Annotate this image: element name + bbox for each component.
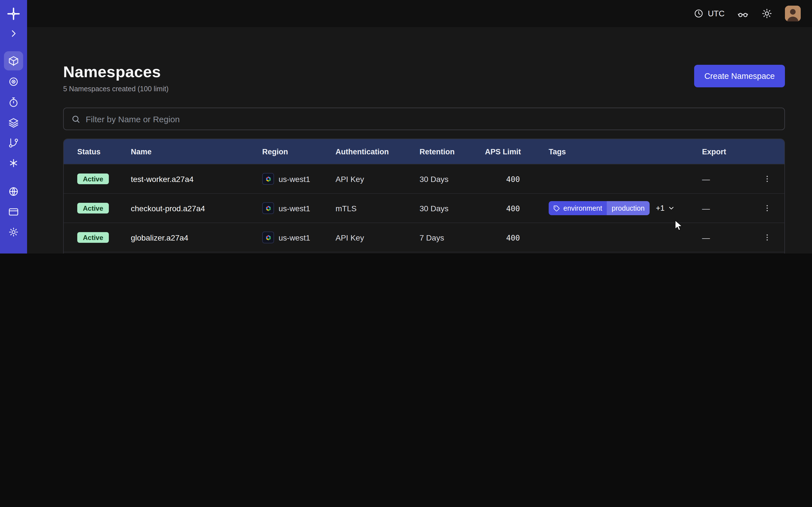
region-cell: us-west1 bbox=[262, 173, 336, 185]
temporal-logo[interactable] bbox=[6, 7, 20, 21]
column-header-authentication: Authentication bbox=[336, 147, 419, 156]
retention-cell: 30 Days bbox=[419, 204, 485, 213]
gcp-cloud-icon bbox=[262, 231, 274, 243]
target-icon bbox=[8, 76, 19, 87]
search-input[interactable] bbox=[86, 114, 777, 124]
sidebar-item-nexus[interactable] bbox=[8, 76, 19, 87]
kebab-icon bbox=[763, 233, 771, 242]
region-label: us-west1 bbox=[278, 233, 310, 242]
gear-icon bbox=[8, 226, 19, 238]
column-header-status: Status bbox=[64, 147, 131, 156]
chevron-down-icon bbox=[667, 205, 675, 212]
page-subtitle: 5 Namespaces created (100 limit) bbox=[63, 85, 168, 93]
avatar-image bbox=[785, 6, 801, 21]
timer-icon bbox=[8, 97, 19, 108]
export-cell: — bbox=[702, 174, 748, 183]
aps-limit-cell: 400 bbox=[485, 233, 549, 242]
tag-icon bbox=[549, 205, 561, 212]
create-namespace-button[interactable]: Create Namespace bbox=[694, 65, 785, 87]
namespace-link[interactable]: checkout-prod.a27a4 bbox=[131, 204, 205, 213]
topbar: UTC bbox=[27, 0, 812, 27]
timezone-selector[interactable]: UTC bbox=[694, 8, 725, 18]
retention-cell: 30 Days bbox=[419, 174, 485, 183]
column-header-aps-limit: APS Limit bbox=[485, 147, 549, 156]
globe-icon bbox=[8, 186, 19, 197]
layers-icon bbox=[8, 117, 19, 128]
row-menu-button[interactable] bbox=[758, 202, 776, 215]
tags-cell: environment production +1 bbox=[549, 201, 702, 215]
column-header-export: Export bbox=[702, 147, 748, 156]
kebab-icon bbox=[763, 204, 771, 212]
table-body: Active test-worker.a27a4 us-west1 API Ke… bbox=[64, 164, 784, 253]
status-cell: Active bbox=[64, 173, 131, 184]
column-header-retention: Retention bbox=[419, 147, 485, 156]
name-cell: checkout-prod.a27a4 bbox=[131, 204, 262, 213]
actions-cell bbox=[748, 172, 785, 185]
git-branch-icon bbox=[8, 137, 19, 149]
credit-card-icon bbox=[8, 206, 19, 217]
aps-limit-cell: 400 bbox=[485, 174, 549, 183]
table-row: Active globalizer.a27a4 us-west1 API Key… bbox=[64, 223, 784, 252]
tag-key: environment bbox=[561, 204, 607, 212]
gcp-cloud-icon bbox=[262, 173, 274, 185]
sidebar-item-workflows[interactable] bbox=[8, 137, 19, 149]
tags-expand-button[interactable]: +1 bbox=[656, 204, 675, 212]
actions-cell bbox=[748, 202, 785, 215]
theme-toggle-button[interactable] bbox=[761, 8, 772, 19]
name-cell: test-worker.a27a4 bbox=[131, 174, 262, 183]
namespace-link[interactable]: test-worker.a27a4 bbox=[131, 174, 194, 183]
region-cell: us-west1 bbox=[262, 202, 336, 214]
row-menu-button[interactable] bbox=[758, 172, 776, 185]
gcp-cloud-icon bbox=[262, 202, 274, 214]
page-header: Namespaces 5 Namespaces created (100 lim… bbox=[63, 63, 785, 93]
status-badge: Active bbox=[77, 203, 109, 214]
sidebar-item-settings[interactable] bbox=[8, 226, 19, 238]
region-cell: us-west1 bbox=[262, 231, 336, 243]
kebab-icon bbox=[763, 175, 771, 183]
user-avatar[interactable] bbox=[785, 6, 801, 21]
table-header-row: Status Name Region Authentication Retent… bbox=[64, 139, 784, 164]
status-badge: Active bbox=[77, 232, 109, 243]
actions-cell bbox=[748, 231, 785, 244]
region-label: us-west1 bbox=[278, 174, 310, 183]
column-header-region: Region bbox=[262, 147, 336, 156]
clock-icon bbox=[694, 8, 704, 18]
glasses-icon bbox=[737, 8, 749, 19]
main-content: Namespaces 5 Namespaces created (100 lim… bbox=[27, 27, 812, 253]
region-label: us-west1 bbox=[278, 204, 310, 213]
filter-bar bbox=[63, 108, 785, 130]
cube-icon bbox=[8, 55, 19, 66]
column-header-name: Name bbox=[131, 147, 262, 156]
status-badge: Active bbox=[77, 173, 109, 184]
sidebar-item-deployments[interactable] bbox=[8, 117, 19, 128]
authentication-cell: API Key bbox=[336, 174, 419, 183]
sidebar-expand-button[interactable] bbox=[9, 29, 18, 38]
sun-icon bbox=[761, 8, 772, 19]
status-cell: Active bbox=[64, 232, 131, 243]
sidebar-item-billing[interactable] bbox=[8, 206, 19, 217]
labs-toggle-button[interactable] bbox=[737, 8, 749, 19]
namespace-link[interactable]: globalizer.a27a4 bbox=[131, 233, 188, 242]
page-title: Namespaces bbox=[63, 63, 168, 81]
export-cell: — bbox=[702, 204, 748, 213]
table-row: Active checkout-prod.a27a4 us-west1 mTLS… bbox=[64, 193, 784, 223]
timezone-label: UTC bbox=[708, 9, 725, 18]
tag-chip[interactable]: environment production bbox=[549, 201, 650, 215]
sidebar-item-schedules[interactable] bbox=[8, 97, 19, 108]
namespaces-table: Status Name Region Authentication Retent… bbox=[63, 138, 785, 253]
app-window: 2.35.1 UTC bbox=[0, 0, 812, 253]
search-icon bbox=[71, 114, 81, 124]
sidebar-item-namespaces[interactable] bbox=[4, 51, 23, 70]
sidebar-item-batch[interactable] bbox=[8, 158, 19, 168]
aps-limit-cell: 400 bbox=[485, 204, 549, 213]
status-cell: Active bbox=[64, 203, 131, 214]
sidebar: 2.35.1 bbox=[0, 0, 27, 253]
column-header-tags: Tags bbox=[549, 147, 702, 156]
table-row: Active sdk-failover.a27a4 us-west1 API K… bbox=[64, 252, 784, 253]
tags-more-count: +1 bbox=[656, 204, 665, 212]
row-menu-button[interactable] bbox=[758, 231, 776, 244]
sidebar-item-regions[interactable] bbox=[8, 186, 19, 197]
export-cell: — bbox=[702, 233, 748, 242]
asterisk-icon bbox=[8, 158, 19, 168]
retention-cell: 7 Days bbox=[419, 233, 485, 242]
